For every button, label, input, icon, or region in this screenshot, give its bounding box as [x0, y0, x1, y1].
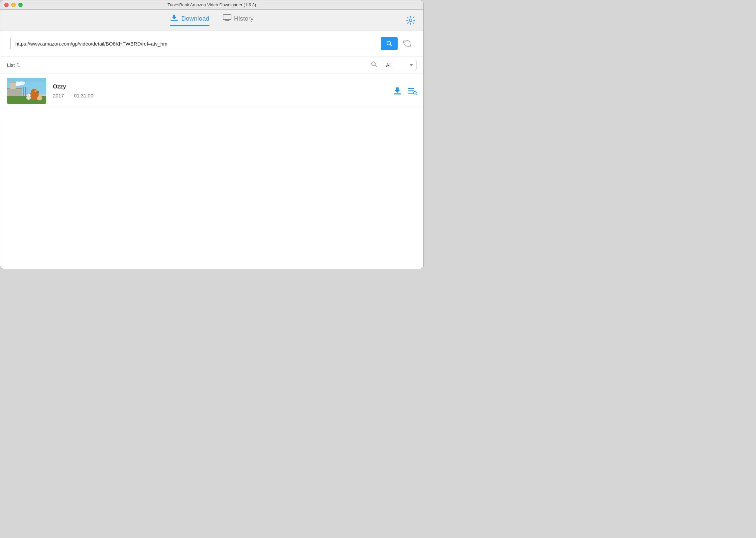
- svg-rect-2: [225, 20, 229, 21]
- svg-rect-33: [408, 90, 414, 91]
- window-title: TunesBank Amazon Video Downloader (1.6.3…: [168, 2, 256, 7]
- movie-actions: [393, 86, 417, 95]
- svg-line-8: [375, 65, 377, 67]
- settings-button[interactable]: [405, 14, 417, 26]
- tab-download[interactable]: Download: [170, 14, 209, 26]
- svg-line-6: [390, 45, 392, 46]
- svg-rect-14: [10, 82, 16, 89]
- svg-rect-34: [408, 93, 414, 94]
- item-settings-button[interactable]: [407, 86, 417, 95]
- svg-point-4: [409, 19, 412, 22]
- filter-select[interactable]: All Movie TV Show: [382, 60, 417, 70]
- main-content: List ⇅ All Movie TV Show: [0, 31, 423, 269]
- svg-line-36: [416, 94, 417, 94]
- traffic-lights: [4, 3, 23, 7]
- svg-rect-0: [171, 20, 178, 21]
- svg-point-29: [38, 95, 42, 98]
- nav-tabs: Download History: [170, 14, 254, 26]
- list-controls: All Movie TV Show: [371, 60, 417, 70]
- list-sort-icon[interactable]: ⇅: [17, 63, 20, 67]
- download-button[interactable]: [393, 86, 402, 95]
- svg-rect-17: [25, 87, 26, 97]
- svg-rect-31: [394, 93, 401, 94]
- history-tab-icon: [223, 14, 231, 23]
- list-header: List ⇅ All Movie TV Show: [0, 57, 423, 74]
- svg-point-24: [38, 92, 39, 93]
- movie-meta: 2017 01:31:00: [53, 93, 386, 98]
- download-tab-label: Download: [181, 15, 209, 22]
- title-bar: TunesBank Amazon Video Downloader (1.6.3…: [0, 0, 423, 10]
- movie-item-ozzy: Ozzy 2017 01:31:00: [0, 74, 423, 108]
- close-button[interactable]: [4, 3, 9, 7]
- url-input-wrapper: [10, 37, 398, 50]
- movie-year: 2017: [53, 93, 64, 98]
- download-tab-icon: [170, 14, 179, 23]
- list-search-button[interactable]: [371, 61, 377, 69]
- svg-rect-15: [9, 82, 16, 83]
- minimize-button[interactable]: [11, 3, 16, 7]
- toolbar: Download History: [0, 10, 423, 31]
- movie-duration: 01:31:00: [74, 93, 93, 98]
- url-bar-row: [0, 31, 423, 57]
- movie-info-ozzy: Ozzy 2017 01:31:00: [53, 83, 386, 98]
- movie-list: Ozzy 2017 01:31:00: [0, 74, 423, 269]
- movie-thumbnail-ozzy: [7, 78, 46, 104]
- tab-history[interactable]: History: [223, 14, 254, 26]
- list-label: List: [7, 62, 15, 68]
- svg-rect-16: [23, 87, 24, 97]
- svg-rect-30: [7, 78, 46, 82]
- svg-point-27: [29, 94, 31, 96]
- svg-rect-3: [224, 21, 230, 21]
- svg-rect-1: [223, 15, 231, 20]
- list-label-wrap: List ⇅: [7, 62, 20, 68]
- url-input[interactable]: [11, 38, 381, 50]
- movie-title: Ozzy: [53, 83, 386, 90]
- search-button[interactable]: [381, 37, 398, 50]
- maximize-button[interactable]: [18, 3, 23, 7]
- svg-rect-12: [7, 88, 22, 97]
- svg-rect-32: [408, 88, 414, 89]
- history-tab-label: History: [234, 15, 254, 22]
- refresh-button[interactable]: [401, 38, 413, 50]
